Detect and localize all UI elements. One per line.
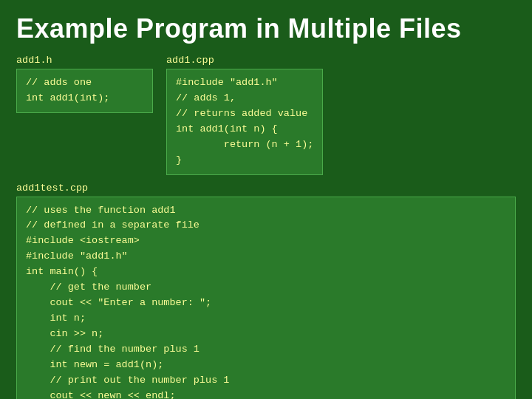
add1test-code: // uses the function add1 // defined in … [16, 197, 516, 399]
slide-title: Example Program in Multiple Files [16, 13, 516, 44]
top-row: add1.h // adds one int add1(int); add1.c… [16, 55, 516, 175]
add1test-label: add1test.cpp [16, 183, 516, 194]
add1cpp-label: add1.cpp [166, 55, 323, 66]
add1cpp-code: #include "add1.h" // adds 1, // returns … [166, 69, 323, 175]
slide: Example Program in Multiple Files add1.h… [0, 0, 532, 399]
add1cpp-section: add1.cpp #include "add1.h" // adds 1, //… [166, 55, 323, 175]
add1h-code: // adds one int add1(int); [16, 69, 153, 113]
add1h-section: add1.h // adds one int add1(int); [16, 55, 153, 175]
add1h-label: add1.h [16, 55, 153, 66]
add1test-section: add1test.cpp // uses the function add1 /… [16, 183, 516, 399]
